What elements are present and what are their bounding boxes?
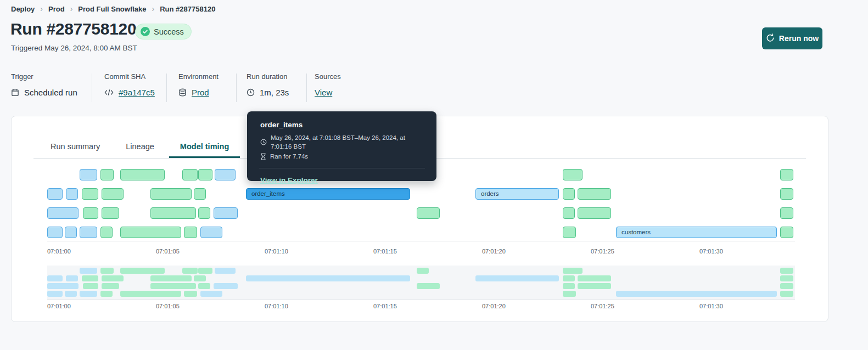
overview-bar [47,283,79,289]
gantt-bar[interactable] [100,169,114,180]
gantt-bar[interactable] [563,169,583,180]
rerun-now-button[interactable]: Rerun now [762,27,822,49]
overview-bar [475,275,559,281]
breadcrumb-item-prod[interactable]: Prod [48,5,65,13]
meta-label-environment: Environment [178,72,219,81]
gantt-bar[interactable] [578,207,611,219]
overview-bar [194,275,206,281]
gantt-bar[interactable] [80,169,97,180]
gantt-bar[interactable] [83,207,98,219]
tooltip-duration: Ran for 7.74s [270,152,308,161]
overview-bar [100,291,113,297]
gantt-bar[interactable] [47,207,79,219]
overview-bar [47,291,63,297]
gantt-bar[interactable] [47,227,63,238]
meta-label-sources: Sources [315,72,341,81]
overview-bar [182,268,198,274]
meta-column-trigger: TriggerScheduled run [11,72,33,81]
overview-bar [102,283,119,289]
overview-bar [120,291,181,297]
overview-bar [578,283,611,289]
check-circle-icon [141,27,150,36]
gantt-bar[interactable] [198,207,210,219]
gantt-bar[interactable] [66,188,78,200]
gantt-bar[interactable] [184,227,197,238]
meta-divider [92,74,92,102]
calendar-icon [11,88,19,97]
gantt-bar[interactable] [563,188,575,200]
gantt-bar[interactable] [82,188,98,200]
axis-tick-label: 07:01:00 [47,248,71,255]
breadcrumb-separator: › [70,4,73,13]
view-in-explorer-link[interactable]: View in Explorer [260,176,318,184]
gantt-bar[interactable] [780,188,793,200]
gantt-bar[interactable] [150,188,192,200]
triggered-text: Triggered May 26, 2024, 8:00 AM BST [11,44,137,52]
tab-model-timing[interactable]: Model timing [169,136,240,158]
overview-bar [780,291,793,297]
tooltip-model-name: order_items [260,121,424,129]
gantt-bar[interactable] [182,169,198,180]
overview-bar [66,275,78,281]
gantt-bar[interactable] [102,207,119,219]
meta-divider [166,74,167,102]
page-title: Run #287758120 [10,20,136,38]
axis-tick-label: 07:01:20 [482,248,506,255]
meta-value-trigger: Scheduled run [24,88,77,97]
gantt-bar[interactable] [65,227,77,238]
tab-run-summary[interactable]: Run summary [40,136,111,158]
code-icon [104,89,114,96]
gantt-bar[interactable] [198,169,212,180]
gantt-bar[interactable] [120,227,181,238]
gantt-bar[interactable] [47,188,63,200]
gantt-bar[interactable] [780,227,793,238]
gantt-bar[interactable] [102,188,124,200]
meta-link-sources[interactable]: View [315,88,332,97]
gantt-bar[interactable] [214,207,238,219]
overview-bar [780,275,793,281]
gantt-bar[interactable] [100,227,113,238]
meta-value-row: Prod [178,88,209,97]
tooltip-time-range: May 26, 2024, at 7:01:08 BST–May 26, 202… [271,133,424,151]
overview-bar [198,268,212,274]
status-badge: Success [135,24,192,39]
timeline-overview-brush[interactable] [47,266,795,300]
database-icon [178,88,187,97]
gantt-bar-orders[interactable]: orders [475,188,559,200]
gantt-bar[interactable] [215,169,236,180]
gantt-bar[interactable] [417,207,440,219]
breadcrumb-separator: › [40,4,43,13]
overview-bar [417,283,440,289]
meta-link-commit-sha[interactable]: #9a147c5 [119,88,155,97]
overview-bar [780,283,793,289]
breadcrumb-item-deploy[interactable]: Deploy [11,5,35,13]
overview-bar [578,275,611,281]
hourglass-icon [260,153,266,160]
gantt-bar[interactable] [563,227,576,238]
overview-bar [563,291,576,297]
axis-tick-label: 07:01:15 [373,248,397,255]
breadcrumb-item-prod-full-snowflake[interactable]: Prod Full Snowflake [78,5,146,13]
overview-bar [150,283,196,289]
meta-value-row: View [315,88,332,97]
gantt-bar[interactable] [80,227,97,238]
meta-link-environment[interactable]: Prod [192,88,209,97]
gantt-bar-customers[interactable]: customers [616,227,777,238]
tab-lineage[interactable]: Lineage [115,136,165,158]
meta-column-environment: EnvironmentProd [178,72,219,81]
overview-bar [563,283,575,289]
gantt-bar[interactable] [780,169,793,180]
overview-bar [214,283,238,289]
gantt-bar[interactable] [194,188,206,200]
gantt-bar[interactable] [120,169,165,180]
overview-bar [417,268,429,274]
gantt-bar[interactable] [150,207,196,219]
clock-icon [247,88,255,97]
gantt-bar[interactable] [200,227,222,238]
gantt-bar[interactable] [578,188,611,200]
rerun-now-label: Rerun now [779,34,819,43]
gantt-bar[interactable] [780,207,793,219]
gantt-bar-order-items[interactable]: order_items [246,188,410,200]
gantt-bar[interactable] [563,207,575,219]
overview-bar [47,275,63,281]
